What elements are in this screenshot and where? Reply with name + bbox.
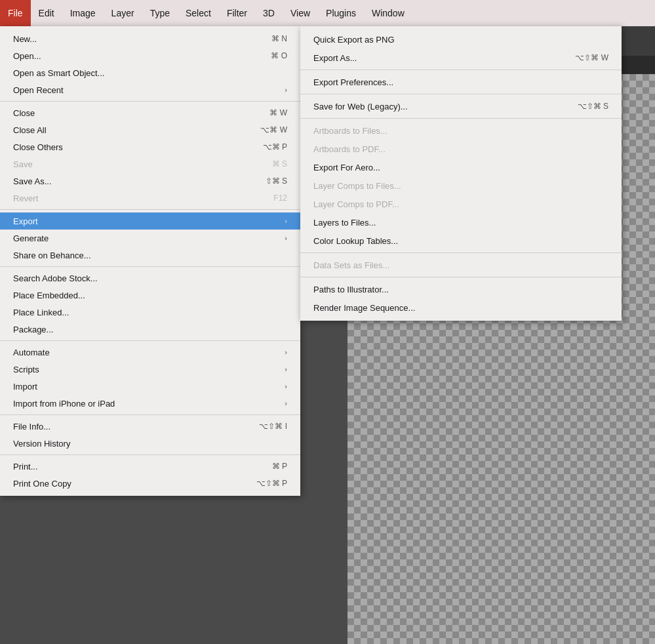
file-menu-item-scripts[interactable]: Scripts›: [0, 361, 300, 378]
export-item-label: Render Image Sequence...: [313, 303, 415, 313]
export-menu-item-render-image-sequence---[interactable]: Render Image Sequence...: [300, 298, 622, 317]
menu-separator: [0, 266, 300, 267]
export-menu-item-layers-to-files---[interactable]: Layers to Files...: [300, 213, 622, 231]
menubar-item-image[interactable]: Image: [62, 0, 104, 26]
file-menu-item-file-info---[interactable]: File Info...⌥⇧⌘ I: [0, 418, 300, 435]
submenu-arrow-icon: ›: [285, 234, 287, 242]
file-menu-item-new---[interactable]: New...⌘ N: [0, 30, 300, 47]
menu-item-label: Export: [13, 216, 38, 226]
menu-separator: [0, 414, 300, 415]
file-menu-item-open---[interactable]: Open...⌘ O: [0, 47, 300, 64]
file-menu-item-generate[interactable]: Generate›: [0, 230, 300, 247]
file-menu-item-open-as-smart-object---[interactable]: Open as Smart Object...: [0, 64, 300, 81]
menu-item-shortcut: ⌘ O: [271, 51, 287, 60]
export-separator: [300, 252, 622, 253]
export-menu-item-color-lookup-tables---[interactable]: Color Lookup Tables...: [300, 231, 622, 250]
menu-item-shortcut: ⇧⌘ S: [266, 176, 287, 186]
export-menu-item-export-as---[interactable]: Export As...⌥⇧⌘ W: [300, 49, 622, 67]
menu-separator: [0, 209, 300, 210]
menu-item-label: Import: [13, 382, 37, 392]
file-menu-item-save: Save⌘ S: [0, 155, 300, 172]
file-menu-item-place-linked---[interactable]: Place Linked...: [0, 304, 300, 321]
submenu-arrow-icon: ›: [285, 382, 287, 390]
export-menu-item-paths-to-illustrator---[interactable]: Paths to Illustrator...: [300, 280, 622, 298]
file-menu-item-place-embedded---[interactable]: Place Embedded...: [0, 287, 300, 304]
export-item-label: Layer Comps to Files...: [313, 181, 401, 191]
file-menu-item-search-adobe-stock---[interactable]: Search Adobe Stock...: [0, 270, 300, 287]
export-menu-item-save-for-web--legacy----[interactable]: Save for Web (Legacy)...⌥⇧⌘ S: [300, 97, 622, 115]
menu-item-shortcut: ⌥⇧⌘ I: [259, 422, 287, 431]
export-item-label: Layer Comps to PDF...: [313, 199, 399, 209]
menubar-item-view[interactable]: View: [283, 0, 318, 26]
export-item-label: Data Sets as Files...: [313, 260, 389, 270]
export-item-label: Export As...: [313, 53, 357, 63]
export-menu-item-quick-export-as-png[interactable]: Quick Export as PNG: [300, 30, 622, 49]
export-item-label: Quick Export as PNG: [313, 35, 395, 45]
menubar-item-filter[interactable]: Filter: [219, 0, 255, 26]
menu-item-label: Save As...: [13, 176, 52, 186]
export-item-label: Save for Web (Legacy)...: [313, 102, 408, 111]
file-menu-item-share-on-behance---[interactable]: Share on Behance...: [0, 247, 300, 264]
export-separator: [300, 277, 622, 277]
export-menu-item-export-preferences---[interactable]: Export Preferences...: [300, 73, 622, 91]
menu-item-label: Open...: [13, 51, 41, 61]
menu-separator: [0, 340, 300, 341]
file-menu-item-close[interactable]: Close⌘ W: [0, 104, 300, 121]
file-menu-item-import-from-iphone-or-ipad[interactable]: Import from iPhone or iPad›: [0, 395, 300, 412]
export-separator: [300, 70, 622, 70]
menu-separator: [0, 101, 300, 102]
menu-item-label: Search Adobe Stock...: [13, 273, 98, 283]
menubar-item-type[interactable]: Type: [142, 0, 178, 26]
menu-item-shortcut: ⌥⌘ P: [263, 142, 287, 151]
file-menu-item-import[interactable]: Import›: [0, 378, 300, 395]
menubar-item-edit[interactable]: Edit: [31, 0, 62, 26]
menu-item-label: Scripts: [13, 365, 39, 374]
menubar-item-select[interactable]: Select: [178, 0, 219, 26]
menu-item-shortcut: ⌥⌘ W: [260, 125, 287, 134]
export-item-label: Artboards to PDF...: [313, 144, 386, 154]
menubar-item-3d[interactable]: 3D: [255, 0, 283, 26]
file-menu-item-close-all[interactable]: Close All⌥⌘ W: [0, 121, 300, 138]
menu-separator: [0, 454, 300, 455]
menu-item-shortcut: ⌘ N: [271, 34, 287, 43]
menu-item-label: Automate: [13, 348, 50, 357]
export-menu-item-artboards-to-pdf---: Artboards to PDF...: [300, 140, 622, 158]
menu-item-label: Print One Copy: [13, 479, 71, 489]
menu-item-label: Share on Behance...: [13, 251, 91, 260]
file-menu-item-close-others[interactable]: Close Others⌥⌘ P: [0, 138, 300, 155]
menu-item-shortcut: ⌘ S: [272, 159, 287, 169]
menu-item-label: Close: [13, 108, 35, 118]
file-menu-item-package---[interactable]: Package...: [0, 321, 300, 338]
file-menu-item-print-one-copy[interactable]: Print One Copy⌥⇧⌘ P: [0, 475, 300, 492]
menu-item-label: File Info...: [13, 422, 50, 432]
export-item-shortcut: ⌥⇧⌘ S: [578, 102, 608, 111]
menu-item-label: Print...: [13, 462, 38, 472]
file-menu-item-version-history[interactable]: Version History: [0, 435, 300, 452]
menubar-item-file[interactable]: File: [0, 0, 31, 26]
file-menu-item-save-as---[interactable]: Save As...⇧⌘ S: [0, 172, 300, 190]
menubar: File Edit Image Layer Type Select Filter…: [0, 0, 655, 26]
file-menu-item-print---[interactable]: Print...⌘ P: [0, 458, 300, 475]
file-menu-item-export[interactable]: Export›: [0, 212, 300, 230]
submenu-arrow-icon: ›: [285, 217, 287, 225]
menu-item-label: Place Linked...: [13, 308, 69, 317]
menu-item-label: Place Embedded...: [13, 291, 85, 300]
export-item-label: Color Lookup Tables...: [313, 236, 398, 246]
export-menu-item-layer-comps-to-pdf---: Layer Comps to PDF...: [300, 195, 622, 213]
menubar-item-plugins[interactable]: Plugins: [318, 0, 364, 26]
export-item-label: Artboards to Files...: [313, 126, 387, 136]
submenu-arrow-icon: ›: [285, 348, 287, 356]
menubar-item-layer[interactable]: Layer: [104, 0, 142, 26]
menu-item-label: Open Recent: [13, 85, 64, 95]
menubar-item-window[interactable]: Window: [364, 0, 412, 26]
menu-item-label: Close Others: [13, 142, 63, 152]
menu-item-label: Open as Smart Object...: [13, 68, 104, 78]
menu-item-label: Generate: [13, 233, 49, 243]
export-submenu: Quick Export as PNGExport As...⌥⇧⌘ WExpo…: [300, 26, 622, 321]
menu-item-label: New...: [13, 34, 37, 44]
file-menu-item-open-recent[interactable]: Open Recent›: [0, 81, 300, 98]
menu-item-label: Import from iPhone or iPad: [13, 399, 115, 409]
file-menu-item-automate[interactable]: Automate›: [0, 344, 300, 361]
menu-item-label: Revert: [13, 193, 38, 203]
export-menu-item-export-for-aero---[interactable]: Export For Aero...: [300, 158, 622, 176]
